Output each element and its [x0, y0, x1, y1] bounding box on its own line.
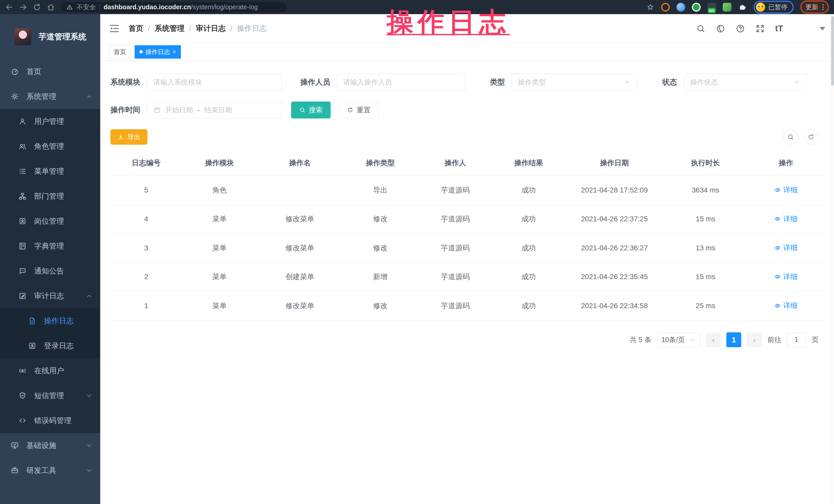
- browser-forward-icon[interactable]: [19, 3, 27, 11]
- reset-button-label: 重置: [357, 105, 371, 115]
- sidebar-item-audit-log[interactable]: 审计日志: [0, 284, 100, 308]
- breadcrumb-system[interactable]: 系统管理: [155, 23, 184, 34]
- tag-operate-log[interactable]: 操作日志 ×: [135, 45, 181, 59]
- sidebar-item-infrastructure[interactable]: 基础设施: [0, 433, 100, 458]
- date-range-picker[interactable]: 开始日期 - 结束日期: [147, 102, 282, 118]
- user-icon: [19, 117, 26, 126]
- sidebar-item-system-management[interactable]: 系统管理: [0, 84, 100, 109]
- export-button[interactable]: 导出: [110, 129, 148, 145]
- help-icon[interactable]: [736, 24, 745, 34]
- detail-link[interactable]: 详细: [774, 272, 797, 282]
- sidebar-item-user-management[interactable]: 用户管理: [0, 109, 100, 134]
- table-bottom-border: [110, 320, 825, 321]
- extension-icon-orange[interactable]: [661, 3, 670, 12]
- search-icon[interactable]: [696, 24, 705, 34]
- search-button[interactable]: 搜索: [291, 102, 331, 118]
- sidebar-item-error-code[interactable]: 错误码管理: [0, 408, 100, 433]
- chrome-update-chip[interactable]: 更新: [800, 1, 829, 14]
- page-scrollbar[interactable]: [830, 14, 834, 504]
- sidebar-item-role-management[interactable]: 角色管理: [0, 134, 100, 159]
- online-user-icon: [19, 367, 26, 375]
- browser-reload-icon[interactable]: [33, 3, 41, 11]
- detail-label: 详细: [783, 272, 797, 282]
- tag-close-icon[interactable]: ×: [173, 49, 176, 55]
- warning-icon: [66, 4, 73, 10]
- reset-button[interactable]: 重置: [339, 102, 378, 118]
- sidebar-item-label: 系统管理: [26, 91, 56, 102]
- detail-link[interactable]: 详细: [774, 243, 797, 253]
- breadcrumb-separator: /: [148, 24, 150, 33]
- shield-check-icon: [19, 392, 26, 400]
- next-page-button[interactable]: ›: [747, 332, 762, 347]
- extensions-puzzle-icon[interactable]: [738, 3, 747, 12]
- sidebar-logo-row[interactable]: 芋道管理系统: [0, 14, 100, 59]
- scrollbar-thumb[interactable]: [831, 16, 834, 86]
- extension-icon-blue[interactable]: [677, 3, 685, 12]
- show-search-toggle-button[interactable]: [783, 130, 798, 145]
- filter-row-1: 系统模块 请输入系统模块 操作人员 请输入操作人员 类型 操作类型 状态 操作状…: [110, 74, 825, 91]
- detail-link[interactable]: 详细: [774, 301, 797, 310]
- refresh-icon: [347, 107, 354, 113]
- module-input[interactable]: 请输入系统模块: [147, 74, 282, 91]
- font-size-icon[interactable]: tT: [775, 24, 783, 34]
- cell-operator: 芋道源码: [418, 291, 493, 320]
- page-size-select[interactable]: 10条/页: [657, 332, 700, 347]
- status-placeholder: 操作状态: [690, 78, 718, 87]
- sidebar-item-dept-management[interactable]: 部门管理: [0, 184, 100, 209]
- user-avatar[interactable]: [793, 21, 809, 36]
- table-tools: [783, 130, 818, 145]
- sidebar-item-menu-management[interactable]: 菜单管理: [0, 159, 100, 184]
- browser-back-icon[interactable]: [5, 3, 13, 11]
- chevron-down-icon: [624, 79, 631, 86]
- extension-icon-green[interactable]: [692, 3, 701, 12]
- sidebar-item-login-log[interactable]: 登录日志: [0, 333, 100, 358]
- sidebar-item-sms-management[interactable]: 短信管理: [0, 383, 100, 408]
- refresh-table-button[interactable]: [804, 130, 818, 145]
- address-divider: [100, 4, 100, 10]
- goto-page-input[interactable]: [787, 332, 806, 347]
- page-1-button[interactable]: 1: [726, 332, 741, 347]
- browser-home-icon[interactable]: [47, 3, 55, 11]
- prev-page-button[interactable]: ‹: [706, 332, 721, 347]
- col-duration: 执行时长: [664, 151, 747, 176]
- page-unit-label: 页: [812, 335, 818, 344]
- detail-label: 详细: [783, 185, 797, 195]
- sidebar-item-post-management[interactable]: 岗位管理: [0, 209, 100, 234]
- type-select[interactable]: 操作类型: [511, 74, 637, 91]
- tag-home[interactable]: 首页: [109, 45, 131, 59]
- sidebar-item-label: 通知公告: [34, 266, 64, 276]
- breadcrumb: 首页 / 系统管理 / 审计日志 / 操作日志: [129, 23, 267, 34]
- sidebar-item-online-users[interactable]: 在线用户: [0, 358, 100, 383]
- address-bar[interactable]: 不安全 dashboard.yudao.iocoder.cn/system/lo…: [61, 2, 287, 12]
- sidebar-item-home[interactable]: 首页: [0, 59, 100, 84]
- github-icon[interactable]: [716, 24, 725, 34]
- avatar-caret-down-icon[interactable]: [819, 27, 825, 30]
- tags-view-bar: 首页 操作日志 ×: [100, 43, 834, 61]
- fullscreen-icon[interactable]: [755, 24, 765, 34]
- sidebar-item-notice[interactable]: 通知公告: [0, 259, 100, 284]
- users-icon: [19, 143, 26, 150]
- cell-name: 修改菜单: [257, 204, 343, 234]
- app-title: 芋道管理系统: [39, 31, 86, 42]
- extension-icon-leaf[interactable]: [723, 3, 731, 12]
- operator-input[interactable]: 请输入操作人员: [337, 74, 465, 91]
- status-label: 状态: [662, 77, 677, 87]
- sidebar-item-operate-log[interactable]: 操作日志: [0, 308, 100, 333]
- detail-link[interactable]: 详细: [774, 185, 797, 195]
- bookmark-star-icon[interactable]: [646, 3, 654, 11]
- sidebar-item-dict-management[interactable]: 字典管理: [0, 234, 100, 259]
- monitor-icon: [11, 441, 19, 450]
- breadcrumb-audit-log[interactable]: 审计日志: [196, 23, 225, 34]
- cell-module: 菜单: [182, 291, 257, 320]
- extension-icon-switch[interactable]: on: [707, 3, 716, 12]
- breadcrumb-home[interactable]: 首页: [129, 23, 144, 34]
- sidebar-item-dev-tools[interactable]: 研发工具: [0, 458, 100, 483]
- sidebar-item-label: 字典管理: [34, 241, 64, 251]
- browser-menu-icon[interactable]: [822, 4, 824, 10]
- sidebar-fold-icon[interactable]: [109, 23, 120, 34]
- status-select[interactable]: 操作状态: [684, 74, 807, 91]
- breadcrumb-separator: /: [230, 24, 232, 33]
- document-icon: [28, 317, 36, 325]
- profile-sync-paused-chip[interactable]: 已暂停: [753, 1, 794, 14]
- detail-link[interactable]: 详细: [774, 214, 797, 224]
